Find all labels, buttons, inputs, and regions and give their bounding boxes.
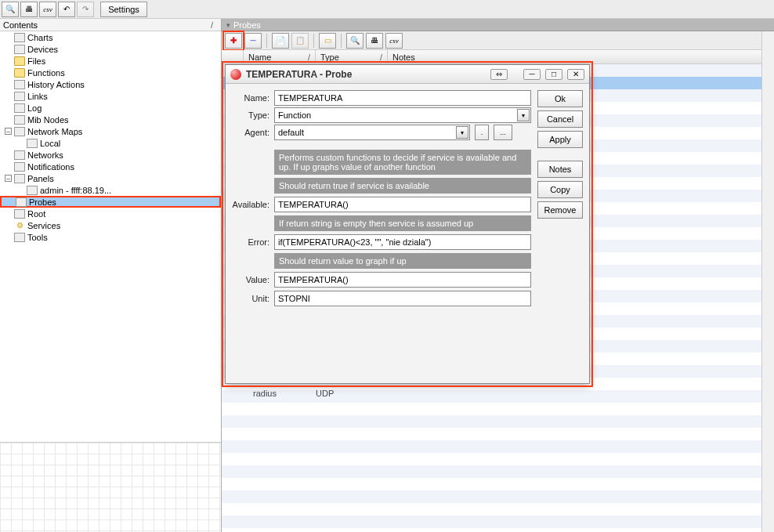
cancel-button[interactable]: Cancel bbox=[537, 110, 583, 128]
tree-item-links[interactable]: Links bbox=[0, 90, 221, 102]
collapse-icon[interactable]: – bbox=[5, 175, 12, 182]
grid-col-name-label: Name bbox=[248, 52, 271, 62]
paste-icon: 📋 bbox=[295, 36, 305, 45]
chevron-down-icon: ▾ bbox=[456, 126, 468, 139]
tree-item-network-maps[interactable]: –Network Maps bbox=[0, 125, 221, 137]
tree-item-notifications[interactable]: Notifications bbox=[0, 161, 221, 172]
toolbar-print-button[interactable]: 🖶 bbox=[20, 2, 38, 17]
toolbar-find-button[interactable]: 🔍 bbox=[2, 2, 19, 17]
find-button[interactable]: 🔍 bbox=[346, 33, 363, 49]
scrollbar[interactable] bbox=[761, 31, 774, 532]
tree-item-label: History Actions bbox=[27, 80, 85, 89]
right-pane: ▾ Probes ✚ ─ 📄 📋 ▭ 🔍 🖶 csv Name/ Type/ N… bbox=[222, 19, 774, 532]
gear-icon: ⚙ bbox=[14, 221, 25, 230]
dialog-undock-button[interactable]: ⇔ bbox=[490, 69, 508, 80]
type-select-value: Function bbox=[278, 110, 311, 120]
available-label: Available: bbox=[232, 200, 269, 209]
type-label: Type: bbox=[232, 110, 269, 120]
tree-item-local[interactable]: Local bbox=[0, 137, 221, 149]
available-input[interactable] bbox=[274, 197, 531, 212]
tree-item-files[interactable]: Files bbox=[0, 55, 221, 67]
folder-button[interactable]: ▭ bbox=[319, 33, 336, 49]
grid-col-name[interactable]: Name/ bbox=[244, 50, 316, 63]
item-icon bbox=[14, 103, 25, 113]
toolbar-settings-button[interactable]: Settings bbox=[100, 2, 147, 17]
dialog-minimize-button[interactable]: ─ bbox=[523, 69, 541, 80]
name-input[interactable] bbox=[274, 90, 531, 106]
left-pane: Contents / ChartsDevicesFilesFunctionsHi… bbox=[0, 19, 222, 532]
toolbar-undo-button[interactable]: ↶ bbox=[58, 2, 75, 17]
ok-button[interactable]: Ok bbox=[537, 90, 583, 107]
slash-icon: / bbox=[380, 52, 382, 62]
csv-button[interactable]: csv bbox=[385, 33, 403, 49]
dialog-maximize-button[interactable]: □ bbox=[545, 69, 562, 80]
table-row[interactable]: radius UDP bbox=[244, 389, 388, 398]
helper-function: Performs custom functions to decide if s… bbox=[274, 150, 531, 175]
unit-input[interactable] bbox=[274, 291, 531, 306]
apply-button[interactable]: Apply bbox=[537, 131, 583, 148]
agent-select[interactable]: default ▾ bbox=[274, 125, 470, 140]
paste-button[interactable]: 📋 bbox=[291, 33, 309, 49]
toolbar-csv-button[interactable]: csv bbox=[39, 2, 56, 17]
tree-item-panels[interactable]: –Panels bbox=[0, 172, 221, 184]
tree-item-history-actions[interactable]: History Actions bbox=[0, 78, 221, 90]
remove-button[interactable]: Remove bbox=[537, 201, 583, 219]
tree-item-mib-nodes[interactable]: Mib Nodes bbox=[0, 114, 221, 125]
collapse-icon[interactable]: – bbox=[5, 128, 12, 135]
tree-item-admin-ffff-88-19-[interactable]: admin - ffff:88.19... bbox=[0, 184, 221, 196]
tree-item-log[interactable]: Log bbox=[0, 102, 221, 114]
grid-col-notes[interactable]: Notes bbox=[388, 50, 774, 63]
folder-icon: ▭ bbox=[324, 36, 331, 45]
copy-button[interactable]: 📄 bbox=[272, 33, 289, 49]
dialog-app-icon bbox=[230, 69, 241, 80]
tree-item-label: Files bbox=[27, 56, 45, 66]
grid-col-blank[interactable] bbox=[222, 50, 244, 63]
grid-col-type[interactable]: Type/ bbox=[316, 50, 388, 63]
binoculars-icon: 🔍 bbox=[350, 36, 360, 45]
tree-item-label: Tools bbox=[27, 233, 48, 242]
type-select[interactable]: Function ▾ bbox=[274, 107, 531, 123]
left-bottom-grid bbox=[0, 442, 221, 532]
item-icon bbox=[14, 233, 25, 242]
print-button[interactable]: 🖶 bbox=[366, 33, 383, 49]
contents-header-slash-icon: / bbox=[211, 20, 213, 30]
tree-item-label: Notifications bbox=[27, 162, 74, 172]
tree-item-probes[interactable]: Probes bbox=[0, 196, 221, 208]
notes-button[interactable]: Notes bbox=[537, 161, 583, 178]
dialog-titlebar[interactable]: TEMPERATURA - Probe ⇔ ─ □ ✕ bbox=[226, 65, 589, 84]
tree-item-networks[interactable]: Networks bbox=[0, 149, 221, 161]
tree-item-functions[interactable]: Functions bbox=[0, 67, 221, 78]
tree-item-devices[interactable]: Devices bbox=[0, 43, 221, 55]
copy-icon: 📄 bbox=[276, 36, 285, 45]
toolbar-separator bbox=[313, 34, 314, 48]
minus-icon: ─ bbox=[250, 36, 255, 45]
dialog-buttons: Ok Cancel Apply Notes Copy Remove bbox=[537, 90, 583, 377]
remove-button[interactable]: ─ bbox=[244, 33, 262, 49]
tree-item-label: Devices bbox=[27, 45, 58, 54]
dialog-close-button[interactable]: ✕ bbox=[567, 69, 584, 80]
csv-icon: csv bbox=[43, 5, 52, 13]
agent-more-button[interactable]: ... bbox=[494, 125, 512, 140]
tree-item-label: Log bbox=[27, 103, 42, 113]
helper-value: Should return value to graph if up bbox=[274, 253, 531, 269]
tree-item-charts[interactable]: Charts bbox=[0, 31, 221, 43]
item-icon bbox=[14, 209, 25, 219]
tree-item-root[interactable]: Root bbox=[0, 208, 221, 219]
error-input[interactable] bbox=[274, 234, 531, 250]
agent-select-value: default bbox=[278, 128, 304, 137]
add-button[interactable]: ✚ bbox=[225, 33, 242, 49]
contents-tree: ChartsDevicesFilesFunctionsHistory Actio… bbox=[0, 31, 221, 442]
copy-button[interactable]: Copy bbox=[537, 181, 583, 198]
probe-dialog: TEMPERATURA - Probe ⇔ ─ □ ✕ Name: Type: bbox=[225, 64, 590, 384]
print-icon: 🖶 bbox=[371, 36, 378, 45]
tree-item-label: Local bbox=[40, 139, 60, 148]
right-toolbar: ✚ ─ 📄 📋 ▭ 🔍 🖶 csv bbox=[222, 31, 774, 50]
agent-single-button[interactable]: . bbox=[475, 125, 489, 140]
tree-item-tools[interactable]: Tools bbox=[0, 231, 221, 243]
tree-item-services[interactable]: ⚙Services bbox=[0, 219, 221, 231]
main-toolbar: 🔍 🖶 csv ↶ ↷ Settings bbox=[0, 0, 774, 19]
toolbar-redo-button[interactable]: ↷ bbox=[77, 2, 94, 17]
cell-name: radius bbox=[244, 389, 316, 398]
value-input[interactable] bbox=[274, 272, 531, 288]
tree-item-label: Mib Nodes bbox=[27, 115, 69, 125]
